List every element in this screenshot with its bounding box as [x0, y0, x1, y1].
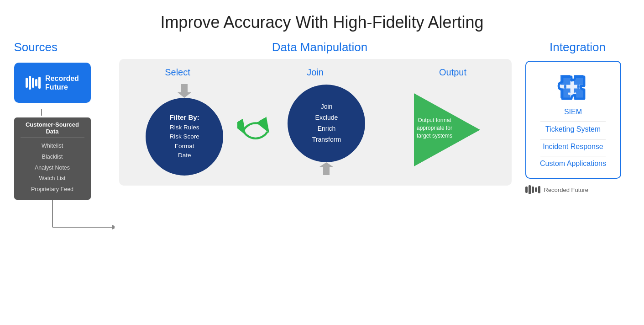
siem-item: SIEM	[564, 107, 582, 117]
filter-format: Format	[175, 142, 194, 151]
fbar4	[535, 187, 537, 192]
join-label: Join	[269, 67, 361, 78]
source-connector-svg	[14, 200, 115, 255]
whitelist-item: Whitelist	[21, 141, 84, 152]
custom-applications-item: Custom Applications	[540, 159, 606, 169]
page-title: Improve Accuracy With High-Fidelity Aler…	[160, 13, 483, 32]
connector-top	[14, 109, 105, 116]
bar3	[32, 78, 34, 88]
svg-marker-3	[112, 225, 115, 229]
rf-footer-icon	[525, 185, 540, 194]
proprietary-feed-item: Proprietary Feed	[21, 184, 84, 195]
rf-footer-text: Recorded Future	[544, 186, 589, 193]
svg-marker-5	[319, 162, 333, 175]
svg-marker-4	[178, 84, 191, 98]
select-label: Select	[132, 67, 224, 78]
puzzle-svg	[555, 69, 592, 101]
svg-text:appropriate for: appropriate for	[417, 125, 452, 131]
svg-text:target systems: target systems	[417, 133, 452, 139]
ticketing-item: Ticketing System	[545, 125, 601, 134]
filter-circle: Filter By: Risk Rules Risk Score Format …	[146, 98, 223, 176]
bar5	[38, 77, 41, 89]
join-col: Join Exclude Enrich Transform	[274, 85, 379, 175]
join-arrow-up	[319, 162, 333, 175]
join-circle: Join Exclude Enrich Transform	[288, 85, 365, 162]
watch-list-item: Watch List	[21, 173, 84, 184]
fbar5	[538, 186, 540, 193]
circular-arrows	[237, 102, 274, 157]
customer-sourced-title: Customer-Sourced Data	[21, 121, 84, 138]
data-manip-title: Data Manipulation	[119, 40, 521, 54]
divider-1	[540, 122, 605, 122]
customer-sourced-box: Customer-Sourced Data Whitelist Blacklis…	[14, 117, 91, 200]
enrich-item: Enrich	[318, 123, 336, 134]
svg-text:Output format: Output format	[418, 117, 451, 123]
integration-box: SIEM Ticketing System Incident Response …	[525, 61, 621, 179]
sources-section: Sources Recorded Future Customer-Sourced…	[14, 40, 115, 256]
join-item: Join	[321, 101, 333, 112]
filter-date: Date	[178, 151, 191, 160]
output-col: Output format appropriate for target sys…	[393, 91, 498, 169]
filter-title: Filter By:	[170, 113, 199, 121]
bar4	[35, 79, 37, 86]
sources-title: Sources	[14, 40, 115, 54]
select-col: Filter By: Risk Rules Risk Score Format …	[132, 84, 237, 176]
rf-footer: Recorded Future	[525, 185, 630, 194]
divider-3	[540, 156, 605, 156]
divider-2	[540, 139, 605, 139]
select-arrow-down	[178, 84, 191, 98]
integration-title: Integration	[525, 40, 630, 54]
puzzle-icon	[555, 69, 592, 103]
integration-section: Integration	[525, 40, 630, 194]
circular-arrows-svg	[237, 102, 274, 157]
analyst-notes-item: Analyst Notes	[21, 163, 84, 174]
output-triangle-svg: Output format appropriate for target sys…	[409, 91, 482, 169]
main-layout: Sources Recorded Future Customer-Sourced…	[14, 40, 630, 256]
incident-response-item: Incident Response	[543, 142, 603, 152]
fbar1	[525, 186, 528, 193]
rf-logo-icon	[26, 76, 41, 90]
output-label: Output	[407, 67, 499, 78]
transform-item: Transform	[312, 134, 341, 145]
data-manipulation-section: Data Manipulation Select Join Output	[119, 40, 521, 186]
filter-risk-rules: Risk Rules	[170, 123, 199, 132]
data-manip-box: Select Join Output Filter By: Risk Rules	[119, 59, 512, 186]
blacklist-item: Blacklist	[21, 152, 84, 163]
fbar2	[529, 185, 531, 194]
rf-badge-text: Recorded Future	[45, 74, 79, 91]
filter-risk-score: Risk Score	[170, 132, 199, 141]
fbar3	[532, 186, 534, 193]
exclude-item: Exclude	[315, 112, 338, 123]
bar2	[29, 76, 31, 90]
recorded-future-badge: Recorded Future	[14, 63, 91, 103]
bar1	[26, 78, 28, 88]
